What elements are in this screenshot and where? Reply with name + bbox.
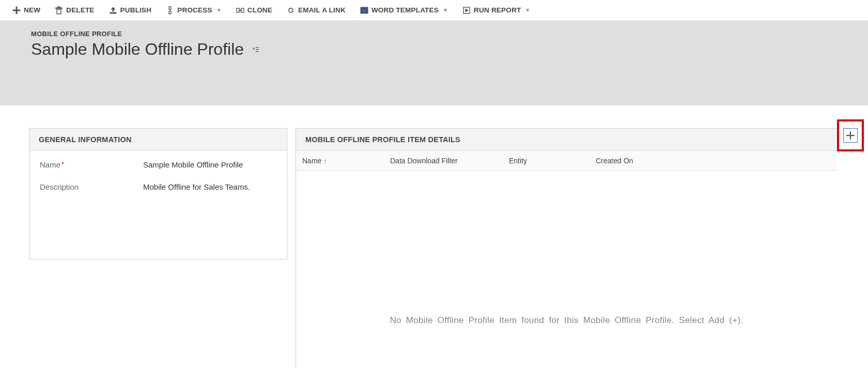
svg-rect-0 bbox=[169, 7, 171, 9]
description-label: Description bbox=[40, 182, 143, 191]
field-name: Name* Sample Mobile Offline Profile bbox=[40, 160, 276, 169]
record-header: MOBILE OFFLINE PROFILE Sample Mobile Off… bbox=[0, 21, 868, 105]
details-section-title-text: MOBILE OFFLINE PROFILE ITEM DETAILS bbox=[305, 135, 460, 144]
clone-button[interactable]: CLONE bbox=[236, 6, 272, 14]
report-icon bbox=[462, 6, 471, 14]
column-entity[interactable]: Entity bbox=[503, 157, 590, 165]
sort-asc-icon: ↑ bbox=[323, 158, 327, 165]
word-templates-button[interactable]: W WORD TEMPLATES ▼ bbox=[360, 6, 448, 14]
chevron-down-icon: ▼ bbox=[443, 7, 448, 13]
column-created-label: Created On bbox=[596, 157, 633, 165]
process-button[interactable]: PROCESS ▼ bbox=[166, 6, 222, 14]
name-label-text: Name bbox=[40, 160, 60, 169]
email-link-button[interactable]: EMAIL A LINK bbox=[287, 6, 346, 14]
link-icon bbox=[287, 6, 295, 14]
chevron-down-icon: ▼ bbox=[525, 7, 530, 13]
chevron-down-icon: ▼ bbox=[216, 7, 222, 13]
description-value[interactable]: Mobile Offline for Sales Teams. bbox=[143, 182, 250, 191]
form-selector[interactable] bbox=[251, 45, 260, 54]
clone-label: CLONE bbox=[247, 6, 272, 14]
name-value[interactable]: Sample Mobile Offline Profile bbox=[143, 160, 243, 169]
run-report-label: RUN REPORT bbox=[474, 6, 521, 14]
publish-icon bbox=[109, 6, 117, 14]
svg-rect-2 bbox=[237, 8, 239, 12]
plus-icon bbox=[846, 131, 855, 140]
column-data-download-filter[interactable]: Data Download Filter bbox=[384, 157, 503, 165]
word-templates-label: WORD TEMPLATES bbox=[371, 6, 439, 14]
new-label: NEW bbox=[24, 6, 40, 14]
plus-icon bbox=[12, 6, 21, 14]
column-filter-label: Data Download Filter bbox=[390, 157, 458, 165]
delete-label: DELETE bbox=[66, 6, 94, 14]
run-report-button[interactable]: RUN REPORT ▼ bbox=[462, 6, 530, 14]
svg-text:W: W bbox=[362, 8, 366, 13]
email-link-label: EMAIL A LINK bbox=[298, 6, 346, 14]
general-section-title: GENERAL INFORMATION bbox=[29, 129, 287, 151]
grid-header-row: Name↑ Data Download Filter Entity Create… bbox=[296, 151, 837, 171]
command-bar: NEW DELETE PUBLISH PROCESS ▼ CLONE EMAIL… bbox=[0, 0, 868, 21]
column-entity-label: Entity bbox=[509, 157, 527, 165]
publish-label: PUBLISH bbox=[120, 6, 152, 14]
breadcrumb: MOBILE OFFLINE PROFILE bbox=[31, 30, 837, 38]
trash-icon bbox=[55, 6, 63, 14]
column-created-on[interactable]: Created On bbox=[590, 157, 662, 165]
svg-rect-3 bbox=[241, 8, 244, 12]
form-selector-icon bbox=[252, 45, 260, 54]
delete-button[interactable]: DELETE bbox=[55, 6, 94, 14]
page-title: Sample Mobile Offline Profile bbox=[31, 40, 244, 59]
column-name[interactable]: Name↑ bbox=[296, 157, 384, 165]
svg-rect-4 bbox=[240, 10, 241, 11]
add-item-button[interactable] bbox=[837, 119, 864, 151]
word-icon: W bbox=[360, 6, 368, 14]
grid-empty-message: No Mobile Offline Profile Item found for… bbox=[296, 315, 837, 326]
new-button[interactable]: NEW bbox=[12, 6, 40, 14]
process-icon bbox=[166, 6, 174, 14]
column-name-label: Name bbox=[302, 157, 321, 165]
publish-button[interactable]: PUBLISH bbox=[109, 6, 152, 14]
details-section-title: MOBILE OFFLINE PROFILE ITEM DETAILS bbox=[296, 129, 837, 151]
profile-item-details-section: MOBILE OFFLINE PROFILE ITEM DETAILS Name… bbox=[296, 128, 837, 368]
field-description: Description Mobile Offline for Sales Tea… bbox=[40, 182, 276, 191]
clone-icon bbox=[236, 6, 244, 14]
form-body: GENERAL INFORMATION Name* Sample Mobile … bbox=[19, 109, 868, 368]
svg-rect-1 bbox=[169, 11, 171, 14]
required-indicator: * bbox=[61, 160, 64, 168]
name-label: Name* bbox=[40, 160, 143, 169]
process-label: PROCESS bbox=[177, 6, 212, 14]
general-information-section: GENERAL INFORMATION Name* Sample Mobile … bbox=[29, 128, 287, 259]
